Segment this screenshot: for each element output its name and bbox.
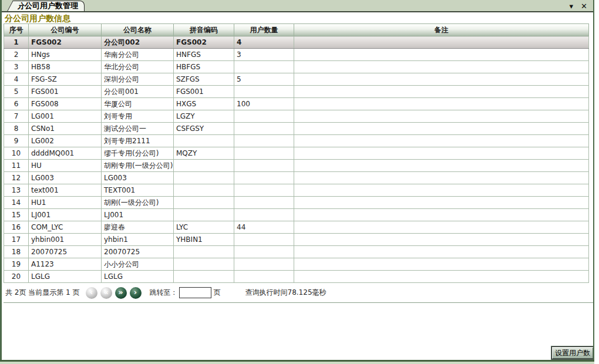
cell-remark <box>294 221 589 234</box>
first-page-button[interactable]: « <box>100 287 112 299</box>
cell-company-code: HU1 <box>29 197 102 209</box>
table-row[interactable]: 5FGS001分公司001FGS001 <box>4 86 589 98</box>
cell-company-name: 廖迎春 <box>102 221 174 234</box>
cell-company-code: 20070725 <box>29 246 102 258</box>
window-bottom-highlight <box>0 362 594 364</box>
table-row[interactable]: 3HB58华北分公司HBFGS <box>4 61 589 73</box>
table-row[interactable]: 7LG001刘哥专用LGZY <box>4 110 589 123</box>
cell-company-name: 华北分公司 <box>102 61 174 73</box>
table-row[interactable]: 182007072520070725 <box>4 246 589 258</box>
cell-company-name: 小小分公司 <box>102 258 174 271</box>
table-row[interactable]: 19A1123小小分公司 <box>4 258 589 271</box>
cell-company-code: COM_LYC <box>29 221 102 234</box>
prev-page-button[interactable]: ‹ <box>86 287 97 299</box>
tab-bar: 分公司用户数管理 ▾ ✕ <box>2 0 593 12</box>
table-row[interactable]: 1FGS002分公司002FGS0024 <box>4 36 589 49</box>
cell-index: 13 <box>4 184 29 197</box>
table-row[interactable]: 17yhbin001yhbin1YHBIN1 <box>4 234 589 246</box>
cell-company-name: 分公司002 <box>102 36 174 49</box>
last-page-button[interactable]: » <box>115 287 127 299</box>
branch-table: 序号 公司编号 公司名称 拼音编码 用户数量 备注 1FGS002分公司002F… <box>4 23 589 283</box>
cell-company-code: A1123 <box>29 258 102 271</box>
table-row[interactable]: 2HNgs华南分公司HNFGS3 <box>4 49 589 61</box>
cell-user-count: 100 <box>234 98 294 110</box>
cell-user-count <box>234 271 294 283</box>
table-row[interactable]: 15LJ001LJ001 <box>4 209 589 221</box>
cell-remark <box>294 98 589 110</box>
cell-user-count <box>234 110 294 123</box>
cell-remark <box>294 123 589 135</box>
table-row[interactable]: 12LG003LG003 <box>4 172 589 184</box>
cell-pinyin-code: YHBIN1 <box>174 234 234 246</box>
table-row[interactable]: 9LG002刘哥专用2111 <box>4 135 589 147</box>
cell-company-name: 胡刚专用(一级分公司) <box>102 160 174 172</box>
cell-remark <box>294 234 589 246</box>
cell-user-count <box>234 234 294 246</box>
cell-pinyin-code: LYC <box>174 221 234 234</box>
cell-remark <box>294 197 589 209</box>
jump-page-input[interactable] <box>179 287 211 298</box>
cell-remark <box>294 172 589 184</box>
cell-pinyin-code <box>174 197 234 209</box>
cell-index: 2 <box>4 49 29 61</box>
cell-index: 10 <box>4 147 29 160</box>
table-row[interactable]: 10ddddMQ001缪千专用(分公司)MQZY <box>4 147 589 160</box>
cell-company-code: yhbin001 <box>29 234 102 246</box>
cell-company-name: 华南分公司 <box>102 49 174 61</box>
cell-index: 20 <box>4 271 29 283</box>
cell-user-count <box>234 172 294 184</box>
cell-pinyin-code <box>174 135 234 147</box>
cell-company-name: LGLG <box>102 271 174 283</box>
cell-user-count <box>234 86 294 98</box>
cell-index: 16 <box>4 221 29 234</box>
cell-pinyin-code: FGS002 <box>174 36 234 49</box>
cell-index: 3 <box>4 61 29 73</box>
table-row[interactable]: 14HU1胡刚(一级分公司) <box>4 197 589 209</box>
next-page-button[interactable]: › <box>130 287 142 299</box>
cell-index: 17 <box>4 234 29 246</box>
table-row[interactable]: 16COM_LYC廖迎春LYC44 <box>4 221 589 234</box>
cell-company-name: TEXT001 <box>102 184 174 197</box>
col-header-index: 序号 <box>4 24 29 36</box>
table-row[interactable]: 11HU胡刚专用(一级分公司) <box>4 160 589 172</box>
cell-pinyin-code: LGZY <box>174 110 234 123</box>
cell-remark <box>294 271 589 283</box>
table-row[interactable]: 4FSG-SZ深圳分公司SZFGS5 <box>4 73 589 86</box>
jump-to-label: 跳转至： <box>150 288 178 298</box>
cell-company-name: 深圳分公司 <box>102 73 174 86</box>
cell-pinyin-code <box>174 246 234 258</box>
cell-user-count <box>234 258 294 271</box>
cell-pinyin-code <box>174 209 234 221</box>
close-icon[interactable]: ✕ <box>581 1 587 11</box>
set-user-count-button[interactable]: 设置用户数 <box>551 346 594 359</box>
table-row[interactable]: 6FGS008华厦公司HXGS100 <box>4 98 589 110</box>
cell-remark <box>294 86 589 98</box>
cell-index: 1 <box>4 36 29 49</box>
col-header-company-code: 公司编号 <box>29 24 102 36</box>
cell-user-count <box>234 209 294 221</box>
col-header-pinyin-code: 拼音编码 <box>174 24 234 36</box>
jump-page-suffix: 页 <box>214 288 221 298</box>
cell-pinyin-code: HBFGS <box>174 61 234 73</box>
cell-company-name: yhbin1 <box>102 234 174 246</box>
cell-pinyin-code <box>174 172 234 184</box>
cell-company-name: 20070725 <box>102 246 174 258</box>
table-row[interactable]: 8CSNo1测试分公司一CSFGSY <box>4 123 589 135</box>
table-row[interactable]: 13text001TEXT001 <box>4 184 589 197</box>
cell-company-name: 分公司001 <box>102 86 174 98</box>
cell-company-code: LGLG <box>29 271 102 283</box>
cell-index: 11 <box>4 160 29 172</box>
col-header-company-name: 公司名称 <box>102 24 174 36</box>
cell-company-name: 缪千专用(分公司) <box>102 147 174 160</box>
collapse-icon[interactable]: ▾ <box>570 1 574 11</box>
cell-company-code: LJ001 <box>29 209 102 221</box>
cell-index: 7 <box>4 110 29 123</box>
cell-user-count <box>234 147 294 160</box>
table-row[interactable]: 20LGLGLGLG <box>4 271 589 283</box>
tab-branch-user-count[interactable]: 分公司用户数管理 <box>15 1 85 11</box>
cell-company-code: text001 <box>29 184 102 197</box>
cell-company-name: 刘哥专用 <box>102 110 174 123</box>
cell-user-count: 4 <box>234 36 294 49</box>
cell-company-code: CSNo1 <box>29 123 102 135</box>
cell-user-count: 44 <box>234 221 294 234</box>
